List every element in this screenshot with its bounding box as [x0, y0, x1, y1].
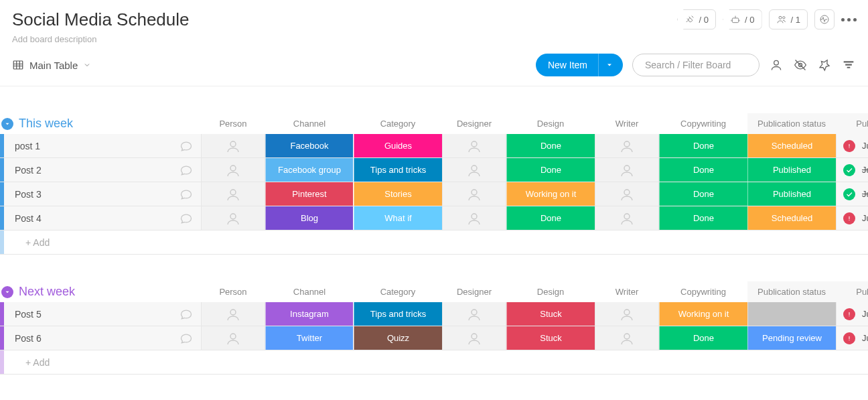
group-title[interactable]: This week	[19, 117, 73, 131]
chat-icon[interactable]	[171, 308, 201, 321]
table-row[interactable]: post 1FacebookGuidesDoneDoneScheduledJul…	[0, 134, 868, 158]
cell-designer[interactable]	[442, 326, 506, 350]
cell-design[interactable]: Done	[506, 158, 595, 182]
board-description-placeholder[interactable]: Add board description	[12, 34, 190, 44]
cell-name[interactable]: Post 4	[0, 206, 201, 230]
cell-name[interactable]: Post 6	[0, 326, 201, 350]
cell-category[interactable]: Tips and tricks	[354, 302, 442, 326]
cell-copywriting[interactable]: Done	[659, 182, 747, 206]
cell-publish-date[interactable]: Jul 7, 2018	[836, 206, 868, 230]
column-header-channel[interactable]: Channel	[265, 113, 354, 134]
chat-icon[interactable]	[171, 188, 201, 201]
cell-name[interactable]: Post 2	[0, 158, 201, 182]
header-activity[interactable]	[814, 9, 835, 29]
table-row[interactable]: Post 3PinterestStoriesWorking on itDoneP…	[0, 182, 868, 206]
column-header-person[interactable]: Person	[201, 113, 265, 134]
cell-design[interactable]: Done	[506, 206, 595, 230]
cell-copywriting[interactable]: Done	[659, 134, 747, 157]
item-name[interactable]: Post 6	[4, 333, 171, 344]
filter[interactable]	[841, 58, 856, 72]
chat-icon[interactable]	[171, 212, 201, 225]
column-header-pub_status[interactable]: Publication status	[747, 281, 836, 302]
cell-name[interactable]: Post 3	[0, 182, 201, 206]
column-header-category[interactable]: Category	[354, 113, 442, 134]
search-input[interactable]: Search / Filter Board	[632, 54, 760, 76]
cell-person[interactable]	[201, 302, 265, 326]
cell-channel[interactable]: Twitter	[265, 326, 354, 350]
board-title[interactable]: Social Media Schedule	[12, 9, 190, 30]
cell-copywriting[interactable]: Done	[659, 206, 747, 230]
cell-publish-date[interactable]: Jul 4, 2018	[836, 134, 868, 157]
cell-design[interactable]: Stuck	[506, 302, 595, 326]
header-stat-robot[interactable]: / 0	[723, 9, 762, 29]
column-header-designer[interactable]: Designer	[442, 281, 506, 302]
add-cell[interactable]: + Add	[0, 230, 201, 254]
group-title[interactable]: Next week	[19, 285, 75, 299]
chat-icon[interactable]	[171, 139, 201, 153]
cell-designer[interactable]	[442, 206, 506, 230]
cell-publication-status[interactable]: Scheduled	[747, 134, 836, 157]
item-name[interactable]: Post 5	[4, 309, 171, 320]
item-name[interactable]: post 1	[4, 141, 171, 151]
chat-icon[interactable]	[171, 332, 201, 345]
column-header-person[interactable]: Person	[201, 281, 265, 302]
cell-person[interactable]	[201, 182, 265, 206]
column-header-channel[interactable]: Channel	[265, 281, 354, 302]
pin[interactable]	[817, 58, 832, 72]
cell-publish-date[interactable]: Jul 5, 2018	[836, 182, 868, 206]
cell-person[interactable]	[201, 158, 265, 182]
column-header-category[interactable]: Category	[354, 281, 442, 302]
item-name[interactable]: Post 4	[4, 213, 171, 224]
group-title-wrap[interactable]: This week	[0, 117, 201, 131]
cell-person[interactable]	[201, 326, 265, 350]
cell-category[interactable]: Quizz	[354, 326, 442, 350]
item-name[interactable]: Post 2	[4, 165, 171, 176]
cell-design[interactable]: Done	[506, 134, 595, 157]
collapse-icon[interactable]	[1, 118, 13, 130]
add-row[interactable]: + Add	[0, 350, 868, 375]
cell-design[interactable]: Stuck	[506, 326, 595, 350]
cell-person[interactable]	[201, 206, 265, 230]
column-header-writer[interactable]: Writer	[595, 281, 659, 302]
new-item-button[interactable]: New Item	[536, 54, 623, 76]
column-header-pub_status[interactable]: Publication status	[747, 113, 836, 134]
more-menu[interactable]	[841, 12, 856, 27]
cell-publication-status[interactable]	[747, 302, 836, 326]
cell-designer[interactable]	[442, 302, 506, 326]
cell-writer[interactable]	[595, 158, 659, 182]
hide-columns[interactable]	[793, 58, 808, 72]
column-header-writer[interactable]: Writer	[595, 113, 659, 134]
cell-name[interactable]: Post 5	[0, 302, 201, 326]
cell-writer[interactable]	[595, 134, 659, 157]
cell-channel[interactable]: Blog	[265, 206, 354, 230]
add-cell[interactable]: + Add	[0, 350, 201, 374]
cell-publish-date[interactable]: Jul 10, 2018	[836, 302, 868, 326]
table-row[interactable]: Post 2Facebook groupTips and tricksDoneD…	[0, 158, 868, 182]
table-row[interactable]: Post 5InstagramTips and tricksStuckWorki…	[0, 302, 868, 326]
header-stat-people[interactable]: / 1	[769, 9, 808, 29]
cell-category[interactable]: Tips and tricks	[354, 158, 442, 182]
column-header-designer[interactable]: Designer	[442, 113, 506, 134]
cell-category[interactable]: Stories	[354, 182, 442, 206]
group-title-wrap[interactable]: Next week	[0, 285, 201, 299]
header-stat-plug[interactable]: / 0	[677, 9, 716, 29]
cell-channel[interactable]: Pinterest	[265, 182, 354, 206]
add-row[interactable]: + Add	[0, 230, 868, 255]
item-name[interactable]: Post 3	[4, 189, 171, 200]
chat-icon[interactable]	[171, 163, 201, 177]
cell-copywriting[interactable]: Done	[659, 158, 747, 182]
cell-channel[interactable]: Instagram	[265, 302, 354, 326]
cell-publish-date[interactable]: Jul 3, 2018	[836, 158, 868, 182]
cell-design[interactable]: Working on it	[506, 182, 595, 206]
cell-designer[interactable]	[442, 158, 506, 182]
cell-publish-date[interactable]: Jul 14, 2018	[836, 326, 868, 350]
cell-publication-status[interactable]: Published	[747, 182, 836, 206]
cell-designer[interactable]	[442, 182, 506, 206]
table-row[interactable]: Post 6TwitterQuizzStuckDonePending revie…	[0, 326, 868, 350]
view-selector[interactable]: Main Table	[12, 59, 91, 71]
cell-designer[interactable]	[442, 134, 506, 157]
column-header-copywriting[interactable]: Copywriting	[659, 281, 747, 302]
cell-channel[interactable]: Facebook	[265, 134, 354, 157]
cell-publication-status[interactable]: Published	[747, 158, 836, 182]
column-header-design[interactable]: Design	[506, 281, 595, 302]
